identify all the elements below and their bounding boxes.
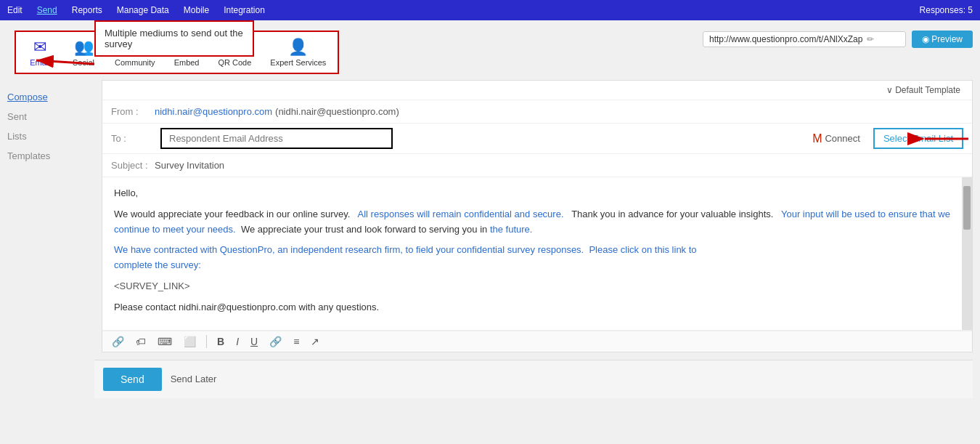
subject-value: Survey Invitation bbox=[155, 160, 224, 171]
format-keyboard-btn[interactable]: ⌨ bbox=[154, 334, 176, 349]
toolbar-expert-label: Expert Services bbox=[270, 58, 326, 67]
email-body-wrapper: Hello, We would appreciate your feedback… bbox=[102, 177, 972, 331]
from-label: From : bbox=[111, 106, 155, 117]
body-hello: Hello, bbox=[114, 186, 950, 201]
url-edit-icon[interactable]: ✏ bbox=[867, 34, 874, 44]
format-tag-btn[interactable]: 🏷 bbox=[132, 334, 150, 349]
email-icon: ✉ bbox=[33, 38, 46, 57]
url-text: http://www.questionpro.com/t/ANlXxZap bbox=[709, 34, 862, 44]
nav-mobile[interactable]: Mobile bbox=[184, 5, 209, 15]
expert-icon: 👤 bbox=[288, 38, 308, 57]
subject-label: Subject : bbox=[111, 160, 155, 171]
body-para2: We have contracted with QuestionPro, an … bbox=[114, 243, 950, 273]
sidebar-compose[interactable]: Compose bbox=[7, 87, 94, 107]
format-expand-btn[interactable]: ↗ bbox=[307, 334, 323, 349]
toolbar-qrcode-label: QR Code bbox=[218, 58, 251, 67]
format-italic-btn[interactable]: I bbox=[232, 334, 242, 349]
toolbar-email[interactable]: ✉ Email bbox=[22, 35, 58, 70]
format-bold-btn[interactable]: B bbox=[213, 334, 228, 349]
url-bar: http://www.questionpro.com/t/ANlXxZap ✏ bbox=[703, 31, 906, 47]
preview-button[interactable]: ◉ Preview bbox=[912, 31, 973, 48]
sidebar-lists[interactable]: Lists bbox=[7, 126, 94, 146]
send-button[interactable]: Send bbox=[103, 368, 162, 391]
sidebar-sent[interactable]: Sent bbox=[7, 107, 94, 126]
nav-integration[interactable]: Integration bbox=[224, 5, 265, 15]
format-hyperlink-btn[interactable]: 🔗 bbox=[266, 334, 285, 349]
toolbar-email-label: Email bbox=[30, 58, 50, 67]
toolbar-social-label: Social bbox=[73, 58, 94, 67]
format-align-btn[interactable]: ≡ bbox=[290, 334, 303, 349]
nav-edit[interactable]: Edit bbox=[7, 5, 23, 15]
send-footer: Send Send Later bbox=[94, 360, 973, 398]
select-email-list-button[interactable]: Select Email List bbox=[873, 128, 963, 149]
callout-multiple-mediums: Multiple mediums to send out the survey bbox=[94, 20, 254, 57]
body-survey-link: <SURVEY_LINK> bbox=[114, 279, 950, 294]
scrollbar[interactable] bbox=[962, 177, 972, 330]
from-row: From : nidhi.nair@questionpro.com (nidhi… bbox=[102, 100, 972, 124]
from-email: nidhi.nair@questionpro.com bbox=[155, 106, 272, 117]
format-toolbar: 🔗 🏷 ⌨ ⬜ B I U 🔗 ≡ ↗ bbox=[102, 331, 972, 352]
send-later-button[interactable]: Send Later bbox=[171, 374, 217, 384]
connect-label: Connect bbox=[825, 133, 859, 144]
gmail-connect[interactable]: M Connect bbox=[812, 132, 860, 145]
email-body[interactable]: Hello, We would appreciate your feedback… bbox=[102, 177, 962, 330]
responses-count: Responses: 5 bbox=[920, 5, 973, 15]
body-contact: Please contact nidhi.nair@questionpro.co… bbox=[114, 300, 950, 315]
format-divider bbox=[206, 335, 207, 348]
template-bar[interactable]: ∨ Default Template bbox=[102, 81, 972, 100]
nav-reports[interactable]: Reports bbox=[72, 5, 102, 15]
main-wrapper: Compose Sent Lists Templates ∨ Default T… bbox=[0, 80, 980, 360]
to-label: To : bbox=[111, 133, 155, 144]
nav-send[interactable]: Send bbox=[37, 5, 57, 15]
toolbar-community-label: Community bbox=[115, 58, 155, 67]
scrollbar-thumb bbox=[963, 186, 971, 230]
format-square-btn[interactable]: ⬜ bbox=[180, 334, 200, 349]
nav-links: Edit Send Reports Manage Data Mobile Int… bbox=[7, 5, 265, 15]
body-para1: We would appreciate your feedback in our… bbox=[114, 207, 950, 238]
to-email-input[interactable] bbox=[160, 128, 393, 149]
toolbar-expert[interactable]: 👤 Expert Services bbox=[264, 35, 332, 70]
format-underline-btn[interactable]: U bbox=[247, 334, 261, 349]
nav-manage-data[interactable]: Manage Data bbox=[117, 5, 169, 15]
email-compose-area: ∨ Default Template From : nidhi.nair@que… bbox=[102, 80, 973, 352]
social-icon: 👥 bbox=[74, 38, 94, 57]
format-link-btn[interactable]: 🔗 bbox=[108, 334, 128, 349]
sidebar-templates[interactable]: Templates bbox=[7, 146, 94, 166]
gmail-icon: M bbox=[812, 132, 822, 145]
sidebar: Compose Sent Lists Templates bbox=[7, 80, 94, 352]
subject-row: Subject : Survey Invitation bbox=[102, 154, 972, 177]
to-row: To : M Connect Select Email List bbox=[102, 124, 972, 154]
top-nav: Edit Send Reports Manage Data Mobile Int… bbox=[0, 0, 980, 20]
from-display: (nidhi.nair@questionpro.com) bbox=[275, 106, 399, 117]
template-label: ∨ Default Template bbox=[886, 85, 960, 95]
toolbar-embed-label: Embed bbox=[174, 58, 200, 67]
